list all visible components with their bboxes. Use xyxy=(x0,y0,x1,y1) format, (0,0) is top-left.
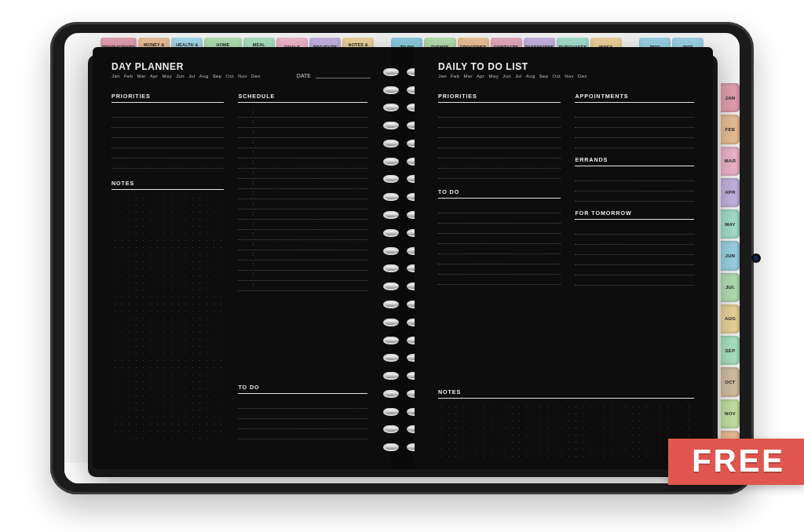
date-field[interactable]: DATE xyxy=(297,72,371,78)
month-link[interactable]: Dec xyxy=(251,74,261,78)
sec-priorities-r: PRIORITIES xyxy=(438,93,561,103)
side-tab[interactable]: AUG xyxy=(721,304,740,333)
spiral-binding xyxy=(391,47,415,469)
month-link[interactable]: Jun xyxy=(502,74,511,78)
side-tab[interactable]: SEP xyxy=(721,336,740,365)
free-banner-text: FREE xyxy=(692,443,785,478)
month-link[interactable]: Oct xyxy=(226,74,235,78)
month-link[interactable]: Nov xyxy=(238,74,247,78)
side-tab[interactable]: NOV xyxy=(721,399,740,428)
side-tab[interactable]: JUL xyxy=(721,273,740,302)
month-link[interactable]: May xyxy=(489,74,499,78)
side-tab[interactable]: JUN xyxy=(721,241,740,270)
page-right: DAILY TO DO LIST JanFebMarAprMayJunJulAu… xyxy=(415,47,713,469)
left-schedule-lines[interactable] xyxy=(238,107,367,376)
sec-tomorrow: FOR TOMORROW xyxy=(575,210,694,220)
r-notes-dots[interactable] xyxy=(438,403,694,458)
left-todo-lines[interactable] xyxy=(238,399,367,439)
month-link[interactable]: Apr xyxy=(477,74,485,78)
month-link[interactable]: Jun xyxy=(176,74,185,78)
sec-todo-left: TO DO xyxy=(238,384,367,394)
month-link[interactable]: May xyxy=(163,74,173,78)
side-tab[interactable]: OCT xyxy=(721,367,740,396)
r-priorities-lines[interactable] xyxy=(438,107,561,179)
month-link[interactable]: Sep xyxy=(213,74,222,78)
side-tab[interactable]: MAY xyxy=(721,210,740,239)
month-link[interactable]: Aug xyxy=(526,74,535,78)
month-link[interactable]: Mar xyxy=(463,74,473,78)
sec-schedule: SCHEDULE xyxy=(238,93,367,103)
left-priorities-lines[interactable] xyxy=(111,107,224,169)
month-link[interactable]: Nov xyxy=(565,74,574,78)
month-link[interactable]: Jan xyxy=(111,74,120,78)
sec-notes: NOTES xyxy=(111,180,224,190)
month-link[interactable]: Feb xyxy=(124,74,133,78)
r-errands-lines[interactable] xyxy=(575,171,694,202)
right-months[interactable]: JanFebMarAprMayJunJulAugSepOctNovDec xyxy=(438,74,694,78)
free-banner: FREE xyxy=(668,439,804,485)
month-link[interactable]: Jul xyxy=(515,74,522,78)
month-link[interactable]: Jul xyxy=(188,74,196,78)
side-tab[interactable]: APR xyxy=(721,178,740,207)
month-link[interactable]: Apr xyxy=(150,74,159,78)
sec-notes-r: NOTES xyxy=(438,388,694,399)
left-notes-dots[interactable] xyxy=(111,195,224,439)
sec-appointments: APPOINTMENTS xyxy=(575,93,694,103)
month-link[interactable]: Jan xyxy=(438,74,447,78)
tablet-frame: PRODUCTIVITYMONEY & BUDGETINGHEALTH & FI… xyxy=(50,22,754,494)
sec-priorities: PRIORITIES xyxy=(111,93,224,103)
date-underline xyxy=(316,72,371,78)
side-tab[interactable]: JAN xyxy=(721,83,740,112)
notebook: DAY PLANNER JanFebMarAprMayJunJulAugSepO… xyxy=(93,47,713,469)
date-label: DATE xyxy=(297,73,311,78)
tablet-camera xyxy=(754,256,758,261)
r-appt-lines[interactable] xyxy=(575,107,694,148)
page-left: DAY PLANNER JanFebMarAprMayJunJulAugSepO… xyxy=(93,47,391,469)
tablet-screen: PRODUCTIVITYMONEY & BUDGETINGHEALTH & FI… xyxy=(64,33,740,483)
month-link[interactable]: Oct xyxy=(553,74,561,78)
sec-todo-r: TO DO xyxy=(438,188,561,199)
side-tab[interactable]: FEB xyxy=(721,115,740,144)
month-link[interactable]: Feb xyxy=(451,74,460,78)
side-tab[interactable]: MAR xyxy=(721,147,740,176)
side-month-tabs: JANFEBMARAPRMAYJUNJULAUGSEPOCTNOVDEC xyxy=(721,83,740,460)
month-link[interactable]: Sep xyxy=(539,74,549,78)
month-link[interactable]: Mar xyxy=(137,74,146,78)
month-link[interactable]: Aug xyxy=(199,74,209,78)
right-title: DAILY TO DO LIST xyxy=(438,61,694,72)
left-title: DAY PLANNER xyxy=(111,61,367,72)
sec-errands: ERRANDS xyxy=(575,156,694,166)
month-link[interactable]: Dec xyxy=(578,74,587,78)
